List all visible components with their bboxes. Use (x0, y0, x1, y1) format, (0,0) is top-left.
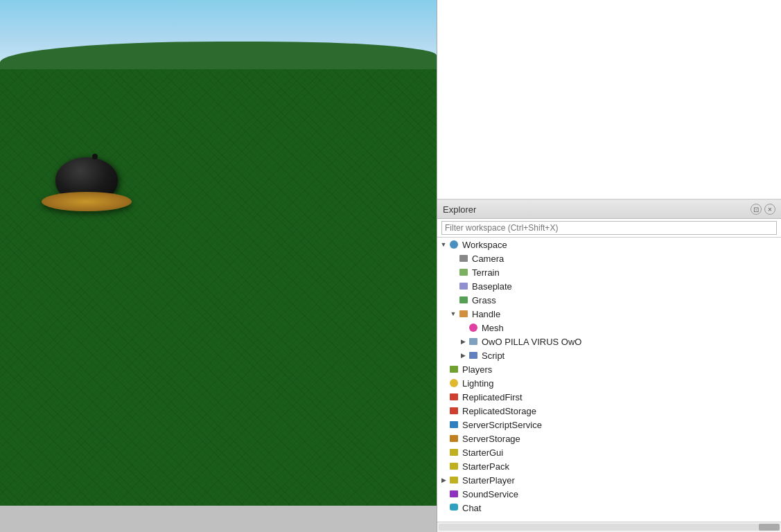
svg-rect-19 (450, 504, 458, 511)
filter-bar (437, 219, 781, 238)
tree-item-starterpack[interactable]: StarterPack (437, 459, 781, 473)
workspace-icon (448, 239, 459, 250)
svg-rect-16 (450, 463, 458, 470)
handle-icon (458, 308, 469, 319)
hat-brim (42, 192, 132, 211)
tree-label-replicatedfirst: ReplicatedFirst (462, 392, 523, 402)
tree-label-terrain: Terrain (472, 267, 500, 278)
tree-arrow-starterplayer[interactable] (440, 477, 447, 484)
baseplate-icon (458, 281, 469, 292)
tree-arrow-workspace[interactable] (440, 241, 447, 248)
tree-item-handle[interactable]: Handle (437, 307, 781, 321)
svg-rect-7 (469, 338, 477, 345)
svg-rect-18 (450, 490, 458, 497)
tree-arrow-handle[interactable] (450, 310, 457, 317)
tree-label-script: Script (482, 351, 504, 361)
right-panel: Explorer ⊡ × WorkspaceCameraTerrainBasep… (437, 0, 781, 532)
tree-label-camera: Camera (472, 254, 504, 264)
tree-label-mesh: Mesh (482, 323, 504, 333)
tree-label-starterpack: StarterPack (462, 461, 509, 472)
tree-label-lighting: Lighting (462, 378, 494, 389)
svg-rect-17 (450, 477, 458, 484)
tree-arrow-owovirus[interactable] (459, 338, 466, 345)
starter-icon (448, 447, 459, 458)
tree-item-soundservice[interactable]: SoundService (437, 487, 781, 501)
storage-icon (448, 433, 459, 444)
replicated-icon (448, 405, 459, 416)
svg-point-10 (450, 379, 458, 387)
tree-item-mesh[interactable]: Mesh (437, 321, 781, 335)
script-icon (468, 350, 479, 361)
tree-item-workspace[interactable]: Workspace (437, 238, 781, 251)
tree-label-grass: Grass (472, 295, 496, 305)
scrollbar-thumb[interactable] (759, 524, 780, 531)
explorer-controls: ⊡ × (751, 204, 775, 215)
svg-rect-2 (459, 269, 468, 276)
tree-item-grass[interactable]: Grass (437, 293, 781, 307)
tree-item-chat[interactable]: Chat (437, 501, 781, 515)
explorer-close-button[interactable]: × (764, 204, 775, 215)
tree-label-startergui: StarterGui (462, 447, 503, 458)
tree-label-players: Players (462, 364, 492, 375)
tree-item-camera[interactable]: Camera (437, 251, 781, 265)
svg-rect-9 (450, 366, 458, 373)
tree-label-replicatedstorage: ReplicatedStorage (462, 406, 536, 416)
starter-icon (448, 475, 459, 486)
tree-label-serverscriptservice: ServerScriptService (462, 420, 542, 430)
explorer-header: Explorer ⊡ × (437, 200, 781, 219)
tree-item-script[interactable]: Script (437, 348, 781, 362)
grass-icon (458, 294, 469, 305)
svg-rect-15 (450, 449, 458, 456)
svg-rect-4 (459, 296, 468, 303)
tree-item-owovirus[interactable]: OwO PILLA VIRUS OwO (437, 335, 781, 348)
tree-item-serverscriptservice[interactable]: ServerScriptService (437, 418, 781, 432)
svg-rect-11 (450, 393, 458, 400)
svg-point-6 (469, 323, 477, 332)
scrollbar-area (437, 522, 781, 532)
tree-item-lighting[interactable]: Lighting (437, 376, 781, 390)
tree-label-owovirus: OwO PILLA VIRUS OwO (482, 337, 582, 347)
svg-rect-14 (450, 435, 458, 442)
main-area: Explorer ⊡ × WorkspaceCameraTerrainBasep… (0, 0, 781, 532)
camera-icon (458, 253, 469, 264)
tree-item-replicatedfirst[interactable]: ReplicatedFirst (437, 390, 781, 404)
owovirus-icon (468, 336, 479, 347)
tree-item-players[interactable]: Players (437, 362, 781, 376)
svg-point-0 (450, 240, 458, 249)
tree-arrow-script[interactable] (459, 352, 466, 359)
chat-icon (448, 502, 459, 513)
tree-label-workspace: Workspace (462, 240, 507, 250)
players-icon (448, 364, 459, 375)
tree-label-soundservice: SoundService (462, 489, 518, 499)
hat-button (92, 154, 98, 159)
tree-label-handle: Handle (472, 309, 500, 319)
tree-item-starterplayer[interactable]: StarterPlayer (437, 473, 781, 487)
svg-rect-3 (459, 283, 468, 290)
tree-label-serverstorage: ServerStorage (462, 434, 520, 444)
explorer-panel: Explorer ⊡ × WorkspaceCameraTerrainBasep… (437, 200, 781, 532)
tree-item-terrain[interactable]: Terrain (437, 265, 781, 279)
filter-input[interactable] (441, 221, 777, 235)
hat-object (42, 159, 132, 215)
scrollbar-track (439, 524, 780, 531)
replicated-icon (448, 391, 459, 402)
tree-item-baseplate[interactable]: Baseplate (437, 279, 781, 293)
svg-rect-12 (450, 407, 458, 414)
tree-item-replicatedstorage[interactable]: ReplicatedStorage (437, 404, 781, 418)
lighting-icon (448, 378, 459, 389)
tree-label-starterplayer: StarterPlayer (462, 475, 515, 486)
viewport-canvas (0, 0, 437, 506)
svg-rect-1 (459, 255, 468, 262)
viewport[interactable] (0, 0, 437, 506)
explorer-float-button[interactable]: ⊡ (751, 204, 762, 215)
tree-label-chat: Chat (462, 503, 481, 513)
tree-container[interactable]: WorkspaceCameraTerrainBaseplateGrassHand… (437, 238, 781, 522)
tree-item-serverstorage[interactable]: ServerStorage (437, 432, 781, 445)
grass-texture (0, 69, 437, 506)
explorer-title: Explorer (443, 204, 476, 215)
tree-item-startergui[interactable]: StarterGui (437, 445, 781, 459)
properties-area (437, 0, 781, 200)
sound-icon (448, 488, 459, 499)
starter-icon (448, 461, 459, 472)
svg-rect-13 (450, 421, 458, 428)
